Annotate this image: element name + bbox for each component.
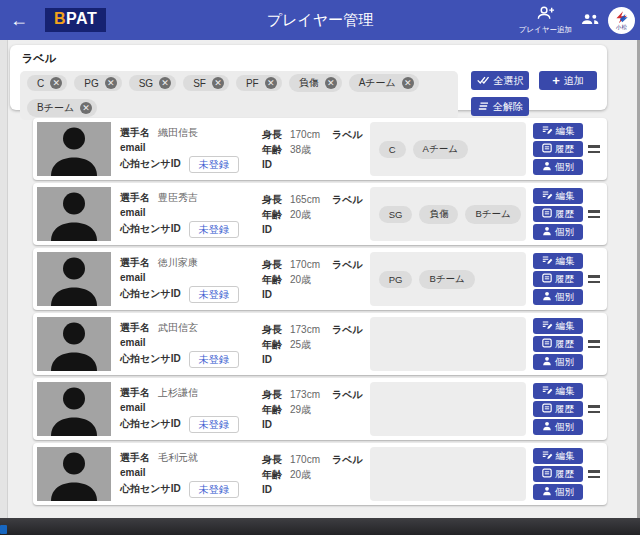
- unregistered-button[interactable]: 未登録: [189, 416, 239, 433]
- filter-label-chip[interactable]: 負傷 ✕: [289, 74, 342, 92]
- player-labels-area: [370, 317, 526, 371]
- player-age: 20歳: [290, 208, 311, 222]
- sensor-label: 心拍センサID: [120, 222, 181, 236]
- history-button[interactable]: 履歴: [533, 336, 583, 352]
- player-avatar: [37, 382, 111, 436]
- individual-button[interactable]: 個別: [533, 159, 583, 175]
- chip-remove-icon[interactable]: ✕: [212, 77, 224, 89]
- filter-label-chip[interactable]: SF ✕: [183, 75, 229, 91]
- sensor-label: 心拍センサID: [120, 417, 181, 431]
- player-info: 選手名 豊臣秀吉 email 心拍センサID 未登録: [120, 190, 262, 239]
- player-stats: 身長 173cm 年齢 29歳 ID: [262, 387, 326, 432]
- players-icon[interactable]: [581, 11, 599, 29]
- player-avatar: [37, 447, 111, 501]
- edit-button[interactable]: 編集: [533, 448, 583, 464]
- logo-letter-b: B: [54, 10, 66, 27]
- edit-button[interactable]: 編集: [533, 383, 583, 399]
- history-button[interactable]: 履歴: [533, 206, 583, 222]
- playlist-edit-icon: [542, 255, 553, 267]
- player-avatar: [37, 317, 111, 371]
- history-icon: [542, 403, 552, 415]
- id-label: ID: [262, 484, 272, 495]
- history-icon: [542, 208, 552, 220]
- history-icon: [542, 338, 552, 350]
- sensor-label: 心拍センサID: [120, 287, 181, 301]
- chip-remove-icon[interactable]: ✕: [159, 77, 171, 89]
- player-stats: 身長 165cm 年齢 20歳 ID: [262, 192, 326, 237]
- add-label-button[interactable]: + 追加: [539, 71, 597, 90]
- drag-handle[interactable]: [585, 275, 603, 283]
- playlist-edit-icon: [542, 320, 553, 332]
- person-icon: [542, 421, 552, 433]
- add-player-button[interactable]: プレイヤー追加: [519, 6, 572, 35]
- chip-remove-icon[interactable]: ✕: [80, 102, 92, 114]
- player-info: 選手名 武田信玄 email 心拍センサID 未登録: [120, 320, 262, 369]
- back-icon[interactable]: ←: [10, 0, 32, 40]
- clear-all-button[interactable]: 全解除: [471, 97, 529, 116]
- edit-button[interactable]: 編集: [533, 188, 583, 204]
- player-name: 毛利元就: [158, 451, 198, 465]
- playlist-edit-icon: [542, 190, 553, 202]
- chip-remove-icon[interactable]: ✕: [50, 77, 62, 89]
- player-actions: 編集 履歴 個別: [533, 448, 583, 500]
- drag-handle[interactable]: [585, 210, 603, 218]
- height-label: 身長: [262, 453, 282, 467]
- age-label: 年齢: [262, 338, 282, 352]
- player-name: 徳川家康: [158, 256, 198, 270]
- individual-button[interactable]: 個別: [533, 419, 583, 435]
- drag-handle[interactable]: [585, 145, 603, 153]
- left-edge-gutter: [0, 40, 8, 518]
- unregistered-button[interactable]: 未登録: [189, 221, 239, 238]
- drag-handle[interactable]: [585, 470, 603, 478]
- id-label: ID: [262, 419, 272, 430]
- history-button[interactable]: 履歴: [533, 466, 583, 482]
- player-actions: 編集 履歴 個別: [533, 318, 583, 370]
- sensor-label: 心拍センサID: [120, 482, 181, 496]
- player-labels-area: SG負傷Bチーム: [370, 187, 526, 241]
- chip-remove-icon[interactable]: ✕: [325, 77, 337, 89]
- history-button[interactable]: 履歴: [533, 141, 583, 157]
- user-avatar[interactable]: 小松: [608, 7, 635, 34]
- chip-remove-icon[interactable]: ✕: [265, 77, 277, 89]
- edit-button[interactable]: 編集: [533, 123, 583, 139]
- chip-remove-icon[interactable]: ✕: [105, 77, 117, 89]
- labels-caption: ラベル: [332, 118, 363, 142]
- taskbar-icon[interactable]: [0, 525, 7, 534]
- history-button[interactable]: 履歴: [533, 401, 583, 417]
- done-all-icon: [477, 75, 490, 87]
- player-height: 173cm: [290, 389, 320, 400]
- player-actions: 編集 履歴 個別: [533, 383, 583, 435]
- unregistered-button[interactable]: 未登録: [189, 156, 239, 173]
- labels-caption: ラベル: [332, 378, 363, 402]
- filter-label-chip[interactable]: PF ✕: [236, 75, 282, 91]
- edit-button[interactable]: 編集: [533, 253, 583, 269]
- individual-button[interactable]: 個別: [533, 224, 583, 240]
- edit-button[interactable]: 編集: [533, 318, 583, 334]
- person-silhouette-icon: [37, 317, 111, 371]
- player-label-chip: Bチーム: [419, 270, 474, 289]
- filter-label-chip[interactable]: PG ✕: [74, 75, 121, 91]
- sensor-label: 心拍センサID: [120, 157, 181, 171]
- filter-label-chip[interactable]: C ✕: [27, 75, 67, 91]
- history-button[interactable]: 履歴: [533, 271, 583, 287]
- person-icon: [542, 161, 552, 173]
- filter-label-chip[interactable]: Aチーム ✕: [349, 74, 419, 92]
- player-stats: 身長 170cm 年齢 38歳 ID: [262, 127, 326, 172]
- individual-button[interactable]: 個別: [533, 484, 583, 500]
- filter-label-chip[interactable]: SG ✕: [129, 75, 176, 91]
- unregistered-button[interactable]: 未登録: [189, 351, 239, 368]
- select-all-button[interactable]: 全選択: [471, 71, 529, 90]
- chip-remove-icon[interactable]: ✕: [402, 77, 414, 89]
- unregistered-button[interactable]: 未登録: [189, 481, 239, 498]
- person-silhouette-icon: [37, 382, 111, 436]
- individual-button[interactable]: 個別: [533, 289, 583, 305]
- filter-chip-box[interactable]: C ✕ PG ✕ SG ✕ SF ✕ PF ✕ 負傷 ✕ Aチーム ✕ Bチーム…: [20, 71, 458, 120]
- age-label: 年齢: [262, 273, 282, 287]
- label-filter-card: ラベル C ✕ PG ✕ SG ✕ SF ✕ PF ✕ 負傷 ✕ Aチーム ✕ …: [10, 45, 607, 110]
- email-label: email: [120, 142, 146, 153]
- drag-handle[interactable]: [585, 340, 603, 348]
- unregistered-button[interactable]: 未登録: [189, 286, 239, 303]
- filter-label-chip[interactable]: Bチーム ✕: [27, 99, 97, 117]
- individual-button[interactable]: 個別: [533, 354, 583, 370]
- drag-handle[interactable]: [585, 405, 603, 413]
